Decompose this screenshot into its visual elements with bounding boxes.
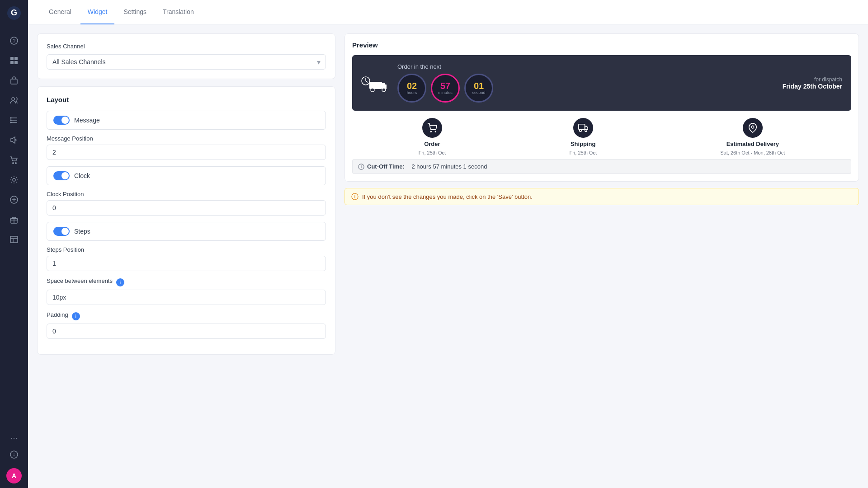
countdown-section: Order in the next 02 hours 57 minutes [397,63,493,103]
tab-settings[interactable]: Settings [116,0,154,24]
megaphone-icon[interactable] [6,132,22,148]
cutoff-value: 2 hours 57 minutes 1 second [411,163,487,170]
hours-circle: 02 hours [397,74,426,103]
padding-info-icon[interactable]: i [72,312,80,320]
space-between-info-icon[interactable]: i [116,278,124,286]
list-icon[interactable] [6,112,22,128]
hours-label: hours [407,90,417,95]
svg-point-10 [10,117,11,118]
layout-title: Layout [47,96,326,103]
svg-text:?: ? [13,38,16,44]
cart-icon[interactable] [6,152,22,168]
svg-rect-8 [11,79,17,84]
tab-widget[interactable]: Widget [80,0,115,24]
message-toggle[interactable] [53,116,70,125]
step-order: Order Fri, 25th Oct [419,118,446,155]
step-shipping: Shipping Fri, 25th Oct [569,118,597,155]
info-notice: If you don't see the changes you made, c… [344,188,859,205]
step-order-date: Fri, 25th Oct [419,150,446,155]
gift-icon[interactable] [6,211,22,228]
steps-toggle[interactable] [53,227,70,236]
right-panel: Preview [344,33,859,479]
svg-rect-21 [369,82,382,89]
minutes-circle: 57 minutes [431,74,460,103]
help-bottom-icon[interactable] [6,446,22,463]
svg-rect-7 [14,61,18,64]
clock-position-label: Clock Position [47,191,326,197]
step-delivery-icon [743,118,763,138]
space-between-label: Space between elements [47,277,113,284]
steps-toggle-row: Steps [47,222,326,241]
clock-toggle-row: Clock [47,166,326,185]
seconds-label: second [472,90,485,95]
clock-toggle[interactable] [53,171,70,180]
step-order-icon [422,118,442,138]
tab-translation[interactable]: Translation [156,0,201,24]
svg-rect-6 [10,61,14,64]
message-position-label: Message Position [47,135,326,142]
cutoff-info-icon [358,164,364,170]
sales-channel-label: Sales Channel [47,43,326,50]
space-between-group: Space between elements i [47,277,326,305]
svg-point-13 [13,163,14,164]
svg-point-24 [382,88,386,92]
minutes-number: 57 [440,81,450,90]
svg-rect-27 [579,124,585,130]
padding-group: Padding i [47,311,326,339]
cutoff-banner: Cut-Off Time: 2 hours 57 minutes 1 secon… [352,159,851,174]
countdown-circles: 02 hours 57 minutes 01 second [397,74,493,103]
table-icon[interactable] [6,231,22,248]
tab-general[interactable]: General [42,0,79,24]
message-toggle-label: Message [74,117,100,124]
bag-icon[interactable] [6,72,22,89]
step-shipping-name: Shipping [571,141,596,147]
svg-point-28 [579,130,581,132]
seconds-circle: 01 second [464,74,493,103]
steps-position-group: Steps Position [47,246,326,271]
sales-channel-card: Sales Channel All Sales Channels ▾ [37,33,335,79]
svg-point-29 [585,130,587,132]
clock-position-input[interactable] [47,200,326,216]
more-options[interactable]: ··· [10,433,17,443]
content-area: Sales Channel All Sales Channels ▾ Layou… [28,24,868,488]
svg-rect-5 [14,57,18,60]
layout-card: Layout Message Message Position Clock [37,86,335,355]
seconds-number: 01 [474,81,484,90]
steps-toggle-label: Steps [74,228,90,235]
users-icon[interactable] [6,92,22,108]
step-delivery-name: Estimated Delivery [726,141,779,147]
svg-point-26 [435,131,436,132]
steps-position-label: Steps Position [47,246,326,253]
message-position-input[interactable] [47,145,326,160]
message-toggle-row: Message [47,111,326,130]
padding-input[interactable] [47,324,326,339]
sidebar-logo[interactable]: G [5,5,23,22]
message-position-group: Message Position [47,135,326,160]
preview-card: Preview [344,33,859,182]
cutoff-label: Cut-Off Time: [367,163,405,170]
sidebar: G ? ··· A [0,0,28,488]
step-delivery-date: Sat, 26th Oct - Mon, 28th Oct [720,150,785,155]
svg-rect-4 [10,57,14,60]
space-between-input[interactable] [47,290,326,305]
notice-text: If you don't see the changes you made, c… [362,193,533,200]
clock-position-group: Clock Position [47,191,326,216]
svg-text:G: G [11,8,17,17]
steps-row: Order Fri, 25th Oct Shipping Fri, 25th O… [352,111,851,159]
grid-icon[interactable] [6,52,22,69]
clock-toggle-label: Clock [74,172,90,179]
step-order-name: Order [424,141,440,147]
left-panel: Sales Channel All Sales Channels ▾ Layou… [37,33,335,479]
svg-point-11 [10,120,11,121]
svg-rect-18 [10,236,18,243]
svg-point-15 [13,178,15,181]
steps-position-input[interactable] [47,256,326,271]
help-icon[interactable]: ? [6,33,22,49]
gear-icon[interactable] [6,172,22,188]
user-avatar[interactable]: A [6,468,22,483]
padding-label: Padding [47,311,68,318]
sales-channel-select[interactable]: All Sales Channels [47,54,326,70]
widget-preview: Order in the next 02 hours 57 minutes [352,55,851,111]
plus-circle-icon[interactable] [6,192,22,208]
dispatch-info: for dispatch Friday 25th October [783,76,842,90]
